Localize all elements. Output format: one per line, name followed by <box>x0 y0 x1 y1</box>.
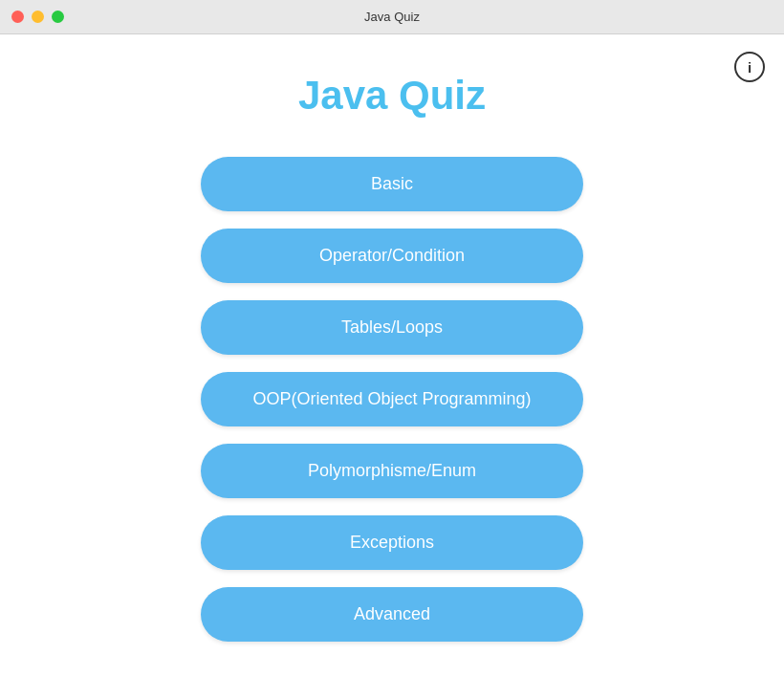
menu-button-polymorphisme-enum[interactable]: Polymorphisme/Enum <box>201 444 583 498</box>
info-button[interactable]: i <box>734 52 765 82</box>
title-bar-buttons <box>11 11 64 23</box>
title-bar: Java Quiz <box>0 0 784 34</box>
close-button[interactable] <box>11 11 24 23</box>
menu-button-basic[interactable]: Basic <box>201 157 583 211</box>
menu-button-advanced[interactable]: Advanced <box>201 587 583 642</box>
app-title: Java Quiz <box>298 73 486 119</box>
app-container: i Java Quiz BasicOperator/ConditionTable… <box>0 34 784 677</box>
menu-button-exceptions[interactable]: Exceptions <box>201 515 583 570</box>
maximize-button[interactable] <box>52 11 64 23</box>
menu-button-operator-condition[interactable]: Operator/Condition <box>201 229 583 283</box>
menu-list: BasicOperator/ConditionTables/LoopsOOP(O… <box>201 157 583 642</box>
menu-button-tables-loops[interactable]: Tables/Loops <box>201 300 583 355</box>
menu-button-oop[interactable]: OOP(Oriented Object Programming) <box>201 372 583 426</box>
info-icon: i <box>748 59 751 76</box>
minimize-button[interactable] <box>32 11 44 23</box>
title-bar-title: Java Quiz <box>364 10 420 24</box>
